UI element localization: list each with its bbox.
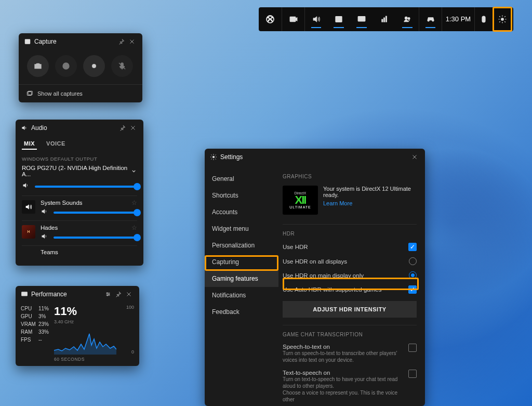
capture-header-icon [24, 38, 31, 45]
performance-title: Performance [31, 291, 67, 298]
svg-point-3 [338, 18, 340, 21]
tab-mix[interactable]: MIX [23, 138, 36, 150]
close-icon[interactable] [409, 152, 420, 162]
capture-title: Capture [34, 38, 57, 45]
volume-icon [41, 232, 48, 242]
section-hdr: HDR [283, 224, 417, 240]
checkbox-auto-hdr[interactable] [408, 285, 417, 294]
nav-gaming-features[interactable]: Gaming features [205, 270, 278, 287]
social-icon[interactable] [396, 7, 419, 31]
svg-point-12 [501, 18, 504, 21]
radio-hdr-all[interactable] [409, 257, 417, 265]
opt-hdr-main: Use HDR on main display only [283, 272, 364, 279]
audio-icon[interactable] [304, 7, 327, 31]
adjust-hdr-button[interactable]: ADJUST HDR INTENSITY [283, 301, 417, 318]
svg-point-23 [109, 294, 110, 295]
svg-point-25 [212, 156, 215, 158]
pin-icon[interactable] [113, 289, 124, 299]
settings-title: Settings [220, 153, 243, 161]
settings-window: Settings General Shortcuts Accounts Widg… [205, 149, 425, 406]
section-chat: GAME CHAT TRANSCRIPTION [283, 325, 417, 340]
svg-rect-7 [385, 16, 387, 22]
nav-personalization[interactable]: Personalization [205, 237, 278, 254]
performance-widget: Performance CPU11% GPU3% VRAM23% RAM33% … [16, 286, 139, 366]
default-output-label: WINDOWS DEFAULT OUTPUT [22, 154, 137, 164]
gear-icon [210, 153, 217, 161]
close-icon[interactable] [124, 289, 134, 299]
volume-icon [22, 181, 30, 191]
dx-ready-text: Your system is DirectX 12 Ultimate ready… [323, 186, 411, 198]
star-icon[interactable]: ☆ [131, 224, 137, 231]
app-volume-slider[interactable] [54, 237, 137, 239]
svg-point-17 [92, 64, 96, 68]
app-volume-slider[interactable] [54, 212, 137, 214]
opt-auto-hdr: Use Auto HDR with supported games [283, 286, 381, 293]
capture-widget: Capture Show all captures [19, 33, 142, 102]
output-device-select[interactable]: ROG PG27U (2- NVIDIA High Definition A..… [22, 164, 137, 179]
tab-voice[interactable]: VOICE [45, 138, 66, 150]
opt-stt: Speech-to-text on [283, 344, 408, 350]
checkbox-stt[interactable] [408, 344, 417, 352]
opt-hdr-all: Use HDR on all displays [283, 258, 347, 265]
pin-icon[interactable] [116, 36, 127, 47]
checkbox-tts[interactable] [408, 370, 417, 378]
master-volume-slider[interactable] [35, 186, 137, 188]
show-all-captures[interactable]: Show all captures [19, 84, 142, 102]
perf-chart: 11% 3.40 GHz 100 0 60 SECONDS [54, 305, 134, 362]
nav-accounts[interactable]: Accounts [205, 204, 278, 220]
game-bar-top: 1:30 PM [259, 7, 513, 31]
performance-header-icon [21, 291, 28, 298]
broadcast-icon[interactable] [282, 7, 304, 31]
svg-point-22 [107, 293, 108, 294]
nav-notifications[interactable]: Notifications [205, 287, 278, 304]
volume-icon [41, 207, 48, 217]
mouse-icon[interactable] [475, 7, 493, 31]
clock: 1:30 PM [442, 7, 475, 31]
nav-shortcuts[interactable]: Shortcuts [205, 187, 278, 204]
close-icon[interactable] [127, 36, 137, 47]
app-name: Teams [41, 249, 58, 255]
svg-point-24 [107, 295, 108, 296]
svg-rect-5 [382, 19, 383, 22]
screenshot-button[interactable] [27, 55, 49, 77]
nav-general[interactable]: General [205, 171, 278, 187]
nav-capturing[interactable]: Capturing [205, 254, 278, 270]
perf-stats: CPU11% GPU3% VRAM23% RAM33% FPS-- [21, 305, 49, 362]
close-icon[interactable] [128, 123, 138, 133]
record-button[interactable] [83, 55, 105, 77]
section-graphics: GRAPHICS [283, 171, 417, 182]
performance-icon[interactable] [350, 7, 373, 31]
nav-widget-menu[interactable]: Widget menu [205, 220, 278, 237]
svg-point-15 [37, 66, 39, 68]
pin-icon[interactable] [117, 123, 128, 133]
xbox-icon[interactable] [259, 7, 282, 31]
app-icon-hades: H [22, 225, 35, 239]
directx-badge: DirectX XII ULTIMATE [283, 186, 318, 215]
chevron-down-icon [130, 167, 137, 175]
audio-header-icon [21, 124, 28, 132]
capture-icon[interactable] [327, 7, 350, 31]
app-icon-system [22, 200, 35, 214]
settings-nav: General Shortcuts Accounts Widget menu P… [205, 165, 278, 406]
audio-title: Audio [31, 124, 47, 132]
star-icon[interactable]: ☆ [131, 199, 137, 206]
audio-widget: Audio MIX VOICE WINDOWS DEFAULT OUTPUT R… [16, 120, 143, 266]
opt-tts: Text-to-speech on [283, 370, 408, 376]
resources-icon[interactable] [373, 7, 396, 31]
svg-point-9 [408, 18, 410, 20]
record-last-button[interactable] [55, 55, 77, 77]
settings-icon[interactable] [493, 7, 512, 31]
svg-point-8 [405, 17, 408, 20]
learn-more-link[interactable]: Learn More [323, 200, 417, 206]
mic-button[interactable] [111, 55, 133, 77]
svg-rect-1 [290, 17, 296, 22]
opt-use-hdr: Use HDR [283, 244, 308, 250]
app-name: System Sounds [41, 200, 83, 206]
nav-feedback[interactable]: Feedback [205, 304, 278, 320]
svg-rect-6 [384, 18, 385, 22]
controller-icon[interactable] [419, 7, 442, 31]
svg-point-14 [26, 41, 29, 43]
checkbox-use-hdr[interactable] [408, 243, 417, 251]
radio-hdr-main[interactable] [409, 271, 417, 279]
options-icon[interactable] [103, 289, 113, 299]
